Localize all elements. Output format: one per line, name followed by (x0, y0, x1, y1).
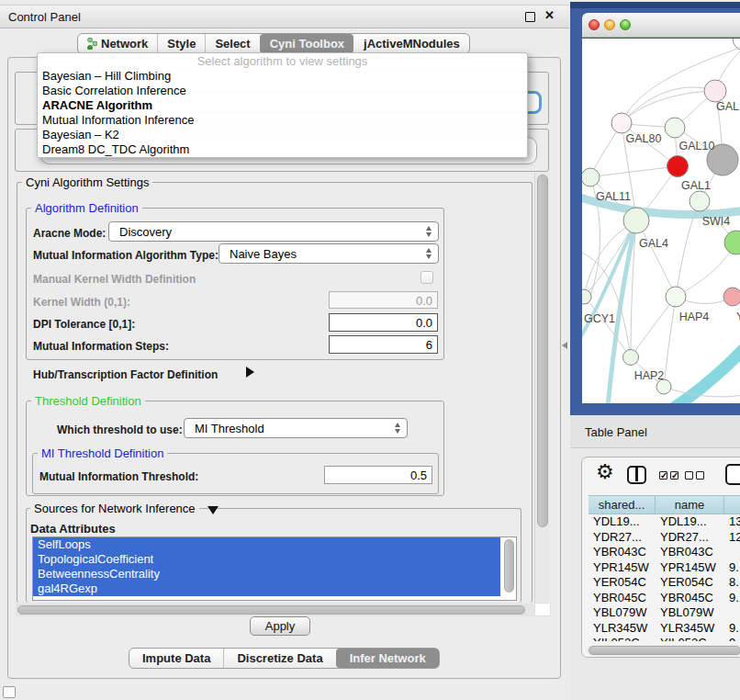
minimize-traffic-light[interactable] (604, 19, 615, 30)
table-row[interactable]: YLR345WYLR345W9. (589, 621, 740, 637)
deselect-checkbox-icon[interactable] (685, 471, 693, 480)
node-label: GAL10 (679, 140, 715, 152)
threshold-definition-title: Threshold Definition (31, 394, 145, 408)
collapse-arrow-icon[interactable] (207, 506, 219, 514)
network-node[interactable] (690, 191, 710, 211)
network-node[interactable] (666, 287, 686, 307)
tab-discretize-data[interactable]: Discretize Data (223, 649, 335, 668)
settings-hscrollbar[interactable] (16, 604, 534, 616)
table-row[interactable]: YBL079WYBL079W (589, 605, 740, 621)
select-all-checkbox-icon[interactable]: ✓ (659, 471, 667, 480)
desktop-top-edge (570, 2, 740, 8)
table-row[interactable]: YER054CYER054C8. (589, 575, 740, 591)
column-header[interactable]: name (656, 496, 724, 514)
tab-jactivemnodules[interactable]: jActiveMNodules (353, 34, 469, 53)
algorithm-option[interactable]: Mutual Information Inference (38, 113, 527, 128)
close-icon[interactable]: ✕ (544, 8, 555, 22)
attr-list-scrollbar[interactable] (504, 539, 514, 596)
network-edge[interactable] (590, 166, 678, 177)
mi-threshold-field[interactable]: 0.5 (324, 466, 432, 484)
data-attribute-item[interactable]: TopologicalCoefficient (33, 552, 500, 567)
algorithm-option[interactable]: ARACNE Algorithm (38, 98, 527, 113)
tab-style[interactable]: Style (157, 34, 205, 53)
popup-hint: Select algorithm to view settings (38, 54, 527, 69)
network-node[interactable] (723, 288, 740, 306)
network-node[interactable] (623, 350, 639, 366)
network-icon (87, 38, 97, 50)
network-node[interactable] (582, 168, 600, 186)
settings-vscrollbar[interactable] (534, 173, 550, 603)
table-row[interactable]: YDL19...YDL19...13 (589, 514, 740, 530)
tab-network[interactable]: Network (78, 34, 157, 53)
sources-group-title: Sources for Network Inference (30, 502, 199, 515)
network-node[interactable] (704, 80, 726, 102)
deselect-checkbox-icon2[interactable] (696, 471, 704, 480)
network-canvas[interactable]: GALGAL80GAL10GAL1GAL11GAL4SWI4GCY1HAP4YH… (582, 39, 740, 403)
data-attribute-item[interactable]: gal4RGexp (33, 581, 500, 596)
aracne-mode-label: Aracne Mode: (33, 227, 106, 240)
network-edge[interactable] (584, 297, 631, 357)
apply-button[interactable]: Apply (250, 616, 310, 636)
mi-type-select[interactable]: Naive Bayes (219, 243, 439, 264)
network-edge[interactable] (631, 297, 676, 357)
column-header[interactable] (724, 496, 740, 514)
network-node[interactable] (582, 289, 591, 304)
algorithm-option[interactable]: Bayesian – Hill Climbing (38, 69, 527, 84)
data-attributes-list[interactable]: SelfLoopsTopologicalCoefficientBetweenne… (32, 536, 517, 601)
float-window-icon[interactable] (525, 12, 535, 22)
network-edge[interactable] (582, 250, 631, 357)
table-row[interactable]: YDR27...YDR27...12 (589, 530, 740, 546)
splitter-collapse-icon[interactable] (562, 342, 567, 349)
hscroll-thumb[interactable] (17, 605, 525, 615)
cyni-settings-title: Cyni Algorithm Settings (22, 175, 152, 189)
zoom-traffic-light[interactable] (620, 19, 631, 30)
which-threshold-select[interactable]: MI Threshold (184, 418, 408, 438)
algorithm-option[interactable]: Dream8 DC_TDC Algorithm (38, 142, 527, 157)
table-hscroll-thumb[interactable] (589, 646, 740, 655)
table-row[interactable]: YPR145WYPR145W9. (589, 560, 740, 576)
column-header[interactable]: shared... (589, 496, 656, 514)
kernel-width-label: Kernel Width (0,1): (33, 296, 130, 309)
network-edge[interactable] (622, 87, 715, 123)
network-node[interactable] (611, 113, 632, 133)
table-cell: YLR345W (656, 621, 724, 637)
gear-icon[interactable]: ⚙ (596, 460, 614, 484)
table-row[interactable]: YBR043CYBR043C (589, 545, 740, 560)
kernel-width-field[interactable]: 0.0 (329, 291, 438, 309)
data-attribute-item[interactable]: BetweennessCentrality (33, 567, 500, 581)
network-edge[interactable] (674, 347, 740, 403)
table-cell: YER054C (656, 575, 724, 591)
collapsed-panel-icon[interactable] (3, 686, 16, 698)
mi-threshold-label: Mutual Information Threshold: (39, 470, 198, 483)
combo-down-arrow-icon (426, 232, 432, 237)
table-mode-icon[interactable] (725, 464, 740, 485)
aracne-mode-select[interactable]: Discovery (108, 221, 439, 242)
tab-cyni-toolbox[interactable]: Cyni Toolbox (260, 34, 353, 53)
table-hscrollbar[interactable] (587, 645, 740, 656)
tab-select[interactable]: Select (205, 34, 259, 53)
table-cell: 13 (724, 514, 740, 530)
algorithm-option[interactable]: Bayesian – K2 (38, 128, 527, 142)
table-row[interactable]: YIL052CYIL052C9. (589, 636, 740, 641)
columns-icon[interactable] (627, 466, 646, 484)
attr-list-thumb[interactable] (504, 539, 514, 593)
table-row[interactable]: YBR045CYBR045C9. (589, 591, 740, 606)
manual-kernel-checkbox[interactable] (420, 271, 433, 284)
close-traffic-light[interactable] (589, 19, 600, 30)
select-all-checkbox-icon2[interactable]: ✓ (670, 471, 678, 480)
combo-up-arrow-icon (395, 423, 400, 427)
network-node[interactable] (667, 156, 689, 177)
data-attribute-item[interactable]: SelfLoops (33, 537, 500, 552)
algorithm-option[interactable]: Basic Correlation Inference (38, 84, 527, 98)
tab-infer-network[interactable]: Infer Network (336, 649, 439, 668)
dpi-tolerance-field[interactable]: 0.0 (329, 313, 438, 332)
network-node[interactable] (724, 231, 740, 254)
mi-steps-field[interactable]: 6 (329, 335, 438, 354)
network-node[interactable] (665, 118, 685, 138)
hub-definition-label[interactable]: Hub/Transcription Factor Definition (33, 368, 218, 381)
network-edge[interactable] (622, 91, 715, 123)
vscroll-thumb[interactable] (537, 175, 548, 527)
tab-impute-data[interactable]: Impute Data (129, 649, 223, 668)
network-node[interactable] (623, 208, 649, 233)
expand-arrow-icon[interactable] (246, 367, 254, 378)
